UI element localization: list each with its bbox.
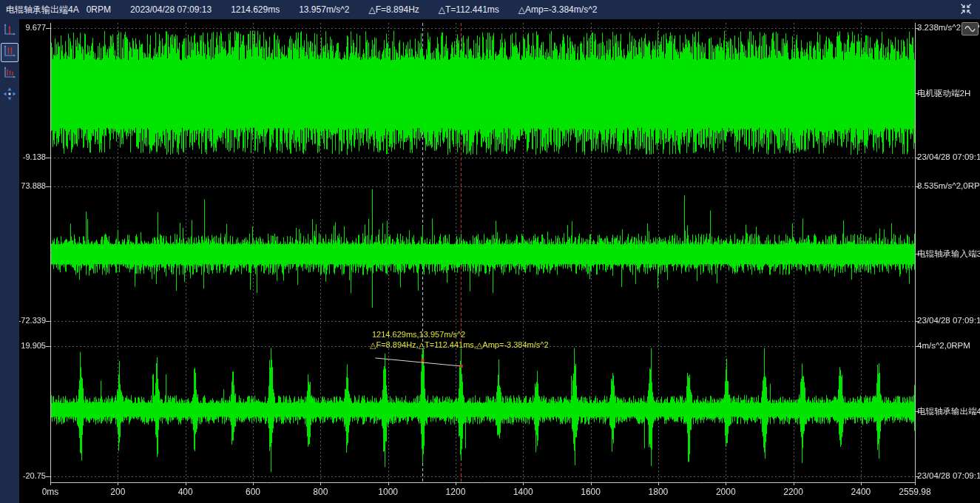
chart3-peak-rpm-label: 4m/s^2,0RPM [917,341,980,350]
restore-window-icon [959,2,973,18]
rpm-readout: 0RPM [87,4,111,15]
x-tick-label: 200 [110,487,125,497]
topbar: 电辊轴承输出端4A 0RPM 2023/04/28 07:09:13 1214.… [0,0,980,19]
chart1-ymax-label: 9.677 [25,23,46,32]
harmonic-cursor-icon [2,65,17,83]
active-channel-title: 电辊轴承输出端4A [6,4,79,16]
double-cursor-icon [2,44,17,61]
x-tick-label: 2559.98 [899,487,930,497]
chart1-timestamp-label: 23/04/28 07:09:1 [917,152,980,161]
delta-time-readout: △T=112.441ms [439,4,499,15]
sine-wave-icon [964,22,976,36]
x-tick-label: 1600 [581,487,601,497]
chart3-ymax-label: 19.905 [21,341,46,350]
delta-frequency-readout: △F=8.894Hz [369,4,419,15]
x-tick-label: 800 [313,487,328,497]
chart3-channel-label: 电辊轴承输出端4A [917,406,980,417]
x-tick-label: 400 [178,487,193,497]
single-cursor-tool-button[interactable] [1,21,18,41]
chart2-timestamp-label: 23/04/28 07:09:1 [917,316,980,325]
chart2-peak-rpm-label: 8.535m/s^2,0RPM [917,181,980,190]
chart2-ymax-label: 73.888 [21,181,46,190]
toolbar-sidebar [0,19,19,503]
chart2-channel-label: 电辊轴承输入端3H [917,249,980,260]
chart1-channel-label: 电机驱动端2H [917,88,980,99]
pan-tool-button[interactable] [1,86,18,105]
x-tick-label: 600 [246,487,260,497]
delta-amplitude-readout: △Amp=-3.384m/s^2 [518,4,598,15]
x-tick-label: 0ms [42,487,59,497]
cursor-time-readout: 1214.629ms [231,4,280,15]
datetime-readout: 2023/04/28 07:09:13 [130,4,212,15]
x-tick-label: 2200 [783,487,803,497]
cursor-amplitude-readout: 13.957m/s^2 [299,4,349,15]
double-cursor-tool-button[interactable] [1,43,18,62]
chart3-timestamp-label: 23/04/28 07:09:1 [917,471,980,480]
x-tick-label: 2400 [851,487,871,497]
x-tick-label: 1000 [378,487,398,497]
waveform-canvas[interactable] [0,0,980,503]
pan-move-icon [2,87,17,104]
restore-window-button[interactable] [956,1,976,18]
chart2-ymin-label: -72.339 [18,316,46,325]
waveform-type-button[interactable] [962,22,979,36]
harmonic-cursor-tool-button[interactable] [1,64,18,84]
x-tick-label: 2000 [716,487,736,497]
chart1-ymin-label: -9.138 [23,152,46,161]
single-cursor-icon [2,22,17,40]
app-window: 电辊轴承输出端4A 0RPM 2023/04/28 07:09:13 1214.… [0,0,980,503]
cursor-annotation-line1: 1214.629ms,13.957m/s^2 [372,330,465,339]
chart3-ymin-label: -20.75 [23,471,46,480]
cursor-annotation-line2: △F=8.894Hz,△T=112.441ms,△Amp=-3.384m/s^2 [370,340,549,350]
x-tick-label: 1400 [513,487,533,497]
x-tick-label: 1800 [649,487,669,497]
x-tick-label: 1200 [446,487,466,497]
